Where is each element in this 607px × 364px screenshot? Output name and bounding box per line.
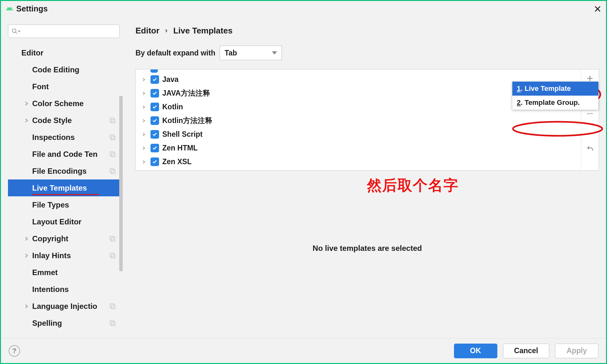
body: ▾ Editor Code EditingFontColor SchemeCod…	[1, 16, 606, 338]
sidebar-item-intentions[interactable]: Intentions	[8, 281, 123, 298]
overlay-icon	[109, 252, 116, 259]
sidebar-item-inlay-hints[interactable]: Inlay Hints	[8, 247, 123, 264]
sidebar-item-label: Inspections	[32, 133, 75, 142]
partial-checkbox[interactable]	[150, 69, 158, 73]
sidebar-item-inspections[interactable]: Inspections	[8, 129, 123, 146]
svg-point-0	[12, 29, 16, 33]
add-popup: 1. Live Template 2. Template Group.	[512, 82, 598, 110]
checkbox[interactable]	[150, 75, 159, 84]
sidebar-item-file-types[interactable]: File Types	[8, 196, 123, 213]
sidebar-item-label: Intentions	[32, 285, 69, 294]
apply-button: Apply	[555, 344, 598, 358]
breadcrumb: Editor › Live Templates	[135, 24, 599, 37]
svg-rect-8	[110, 169, 114, 172]
sidebar-item-font[interactable]: Font	[8, 78, 123, 95]
template-label: Kotlin方法注释	[162, 116, 212, 126]
checkbox[interactable]	[150, 103, 159, 111]
checkbox[interactable]	[150, 157, 159, 166]
settings-tree: Editor Code EditingFontColor SchemeCode …	[8, 44, 123, 338]
sidebar-item-file-and-code-ten[interactable]: File and Code Ten	[8, 146, 123, 163]
svg-rect-5	[111, 136, 115, 140]
overlay-icon	[109, 151, 116, 157]
overlay-icon	[109, 134, 116, 141]
svg-rect-13	[111, 254, 115, 258]
sidebar-item-label: Emmet	[32, 268, 58, 277]
sidebar-item-label: Code Style	[32, 116, 72, 125]
android-icon	[6, 5, 13, 12]
scrollbar[interactable]	[119, 96, 123, 271]
template-label: Zen HTML	[162, 144, 198, 152]
settings-window: Settings ✕ ▾ Editor Code EditingFontColo…	[0, 0, 607, 364]
search-input[interactable]: ▾	[8, 25, 120, 38]
checkbox[interactable]	[150, 89, 159, 98]
svg-rect-16	[110, 321, 114, 324]
popup-template-group[interactable]: 2. Template Group.	[512, 96, 598, 110]
sidebar-item-file-encodings[interactable]: File Encodings	[8, 163, 123, 179]
expand-select[interactable]: Tab	[220, 46, 282, 60]
help-button[interactable]: ?	[9, 345, 20, 357]
sidebar-item-label: Layout Editor	[32, 217, 82, 226]
sidebar-item-label: Spelling	[32, 319, 62, 328]
chevron-right-icon	[24, 304, 29, 309]
sidebar-item-label: Font	[32, 82, 49, 91]
breadcrumb-live-templates: Live Templates	[173, 26, 232, 36]
template-group-item[interactable]: Kotlin方法注释	[142, 114, 581, 127]
overlay-icon	[109, 117, 116, 124]
sidebar-item-label: Inlay Hints	[32, 251, 71, 260]
dropdown-icon	[272, 51, 277, 55]
remove-button: −	[586, 110, 594, 117]
sidebar-item-label: File Encodings	[32, 167, 87, 176]
sidebar: ▾ Editor Code EditingFontColor SchemeCod…	[1, 16, 125, 338]
sidebar-item-label: Copyright	[32, 234, 68, 243]
sidebar-item-label: File and Code Ten	[32, 150, 98, 159]
chevron-right-icon	[142, 105, 146, 109]
template-label: Kotlin	[162, 103, 183, 111]
sidebar-item-color-scheme[interactable]: Color Scheme	[8, 95, 123, 112]
template-panel: JavaJAVA方法注释KotlinKotlin方法注释Shell Script…	[135, 69, 599, 171]
sidebar-item-code-editing[interactable]: Code Editing	[8, 61, 123, 78]
sidebar-item-label: Language Injectio	[32, 302, 97, 311]
chevron-right-icon	[142, 160, 146, 164]
sidebar-item-code-style[interactable]: Code Style	[8, 112, 123, 129]
search-caret-icon: ▾	[18, 29, 20, 33]
close-icon[interactable]: ✕	[594, 4, 602, 15]
svg-rect-3	[111, 119, 115, 123]
checkbox[interactable]	[150, 144, 159, 152]
checkbox[interactable]	[150, 130, 159, 139]
chevron-right-icon	[24, 118, 29, 123]
tree-root-label: Editor	[21, 48, 43, 57]
cancel-button[interactable]: Cancel	[503, 344, 549, 358]
sidebar-item-layout-editor[interactable]: Layout Editor	[8, 213, 123, 230]
ok-button[interactable]: OK	[454, 344, 497, 358]
svg-rect-10	[110, 236, 114, 240]
svg-rect-6	[110, 152, 114, 156]
sidebar-item-copyright[interactable]: Copyright	[8, 230, 123, 247]
expand-row: By default expand with Tab	[135, 46, 599, 60]
tree-root-editor[interactable]: Editor	[8, 44, 123, 61]
template-group-item[interactable]: Shell Script	[142, 127, 581, 141]
chevron-right-icon	[24, 253, 29, 258]
search-icon	[11, 28, 18, 34]
undo-icon[interactable]	[586, 144, 594, 155]
annotation-text: 然后取个名字	[367, 176, 459, 195]
chevron-right-icon	[142, 146, 146, 150]
checkbox[interactable]	[150, 116, 159, 125]
chevron-right-icon	[24, 236, 29, 241]
expand-label: By default expand with	[135, 49, 215, 57]
chevron-right-icon	[142, 77, 146, 82]
svg-rect-9	[111, 170, 115, 174]
chevron-right-icon: ›	[165, 26, 167, 35]
template-group-item[interactable]: Zen XSL	[142, 155, 581, 169]
template-label: JAVA方法注释	[162, 88, 210, 98]
sidebar-item-language-injectio[interactable]: Language Injectio	[8, 298, 123, 315]
sidebar-item-emmet[interactable]: Emmet	[8, 264, 123, 281]
sidebar-item-live-templates[interactable]: Live Templates	[8, 179, 123, 196]
breadcrumb-editor[interactable]: Editor	[135, 26, 159, 36]
overlay-icon	[109, 168, 116, 174]
chevron-right-icon	[24, 101, 29, 106]
template-group-item[interactable]: Zen HTML	[142, 141, 581, 155]
popup-live-template[interactable]: 1. Live Template	[512, 82, 598, 96]
svg-rect-11	[111, 237, 115, 241]
titlebar: Settings ✕	[1, 1, 606, 16]
sidebar-item-spelling[interactable]: Spelling	[8, 315, 123, 331]
